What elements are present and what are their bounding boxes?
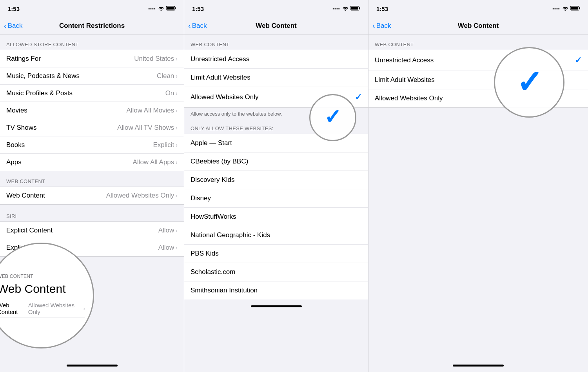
ratings-value: United States (134, 55, 174, 63)
website-national-geographic[interactable]: National Geographic - Kids (184, 226, 368, 245)
home-indicator-3 (368, 359, 588, 372)
home-bar-3 (453, 365, 504, 367)
list-item-music-podcasts[interactable]: Music, Podcasts & News Clean › (0, 67, 184, 85)
wc-section-header-3: WEB CONTENT (368, 34, 588, 50)
chevron-icon: › (176, 159, 178, 165)
web-content-list: Web Content Allowed Websites Only › (0, 187, 184, 205)
back-label-2: Back (192, 22, 207, 30)
movies-value: Allow All Movies (126, 107, 174, 114)
signal-icon-2: ▪▪▪▪ (332, 6, 340, 11)
website-cbeebies[interactable]: CBeebies (by BBC) (184, 152, 368, 171)
nav-title-3: Web Content (458, 22, 499, 30)
apps-value-group: Allow All Apps › (132, 158, 178, 166)
battery-icon-3 (570, 5, 580, 12)
chevron-back-icon-1: ‹ (4, 21, 7, 30)
movies-value-group: Allow All Movies › (126, 107, 178, 114)
status-bar-2: 1:53 ▪▪▪▪ (184, 0, 368, 17)
battery-icon-2 (350, 5, 360, 12)
section-web-header: WEB CONTENT (0, 171, 184, 187)
list-item-books[interactable]: Books Explicit › (0, 136, 184, 154)
website-label: National Geographic - Kids (191, 231, 270, 239)
list-item-music-profiles[interactable]: Music Profiles & Posts On › (0, 85, 184, 102)
chevron-icon: › (176, 227, 178, 234)
status-time-1: 1:53 (8, 5, 20, 12)
back-label-3: Back (376, 22, 391, 30)
checkmark-circle-overlay-2: ✓ (309, 94, 356, 141)
website-howstuffworks[interactable]: HowStuffWorks (184, 208, 368, 226)
website-label: HowStuffWorks (191, 213, 236, 221)
website-pbs-kids[interactable]: PBS Kids (184, 245, 368, 263)
panel2-web-content-allowed: 1:53 ▪▪▪▪ ‹ Back Web Content WEB CONTENT… (184, 0, 368, 372)
website-smithsonian[interactable]: Smithsonian Institution (184, 281, 368, 299)
music-profiles-value: On (165, 89, 174, 97)
explicit-language-value-group: Allow › (158, 244, 178, 252)
zoom-section-label: WEB CONTENT (0, 274, 33, 279)
nav-bar-3: ‹ Back Web Content (368, 17, 588, 34)
website-label: Scholastic.com (191, 268, 235, 276)
checkmark-icon-2: ✓ (355, 92, 362, 102)
website-label: Disney (191, 194, 211, 202)
chevron-icon: › (176, 107, 178, 114)
music-podcasts-value: Clean (157, 72, 174, 80)
nav-bar-2: ‹ Back Web Content (184, 17, 368, 34)
list-item-web-content[interactable]: Web Content Allowed Websites Only › (0, 187, 184, 204)
checkmark-circle-icon-3: ✓ (516, 67, 543, 98)
wifi-icon (158, 6, 164, 12)
list-item-apps[interactable]: Apps Allow All Apps › (0, 154, 184, 171)
back-button-1[interactable]: ‹ Back (4, 22, 22, 30)
music-podcasts-label: Music, Podcasts & News (6, 72, 80, 80)
checkmark-circle-overlay-3: ✓ (494, 47, 564, 118)
chevron-icon: › (176, 73, 178, 79)
status-time-2: 1:53 (192, 5, 204, 12)
wc-item-unrestricted[interactable]: Unrestricted Access (184, 50, 368, 69)
website-label: PBS Kids (191, 250, 219, 258)
website-disney[interactable]: Disney (184, 189, 368, 208)
explicit-content-value: Allow (158, 227, 174, 234)
signal-icon: ▪▪▪▪ (148, 6, 156, 11)
website-label: CBeebies (by BBC) (191, 158, 248, 165)
section-siri-header: SIRI (0, 206, 184, 221)
svg-rect-2 (175, 7, 176, 9)
apps-value: Allow All Apps (132, 158, 174, 166)
svg-rect-7 (571, 7, 578, 10)
website-list-2: Apple — Start CBeebies (by BBC) Discover… (184, 134, 368, 299)
apps-label: Apps (6, 158, 22, 166)
allowed-store-content-list: Ratings For United States › Music, Podca… (0, 50, 184, 171)
music-profiles-value-group: On › (165, 89, 178, 97)
web-content-value: Allowed Websites Only (106, 192, 174, 200)
chevron-icon: › (176, 142, 178, 148)
explicit-language-value: Allow (158, 244, 174, 252)
limit-adult-label: Limit Adult Websites (191, 74, 250, 82)
website-discovery-kids[interactable]: Discovery Kids (184, 171, 368, 189)
list-item-tv-shows[interactable]: TV Shows Allow All TV Shows › (0, 119, 184, 136)
website-scholastic[interactable]: Scholastic.com (184, 263, 368, 281)
unrestricted-label-3: Unrestricted Access (375, 56, 434, 64)
status-time-3: 1:53 (376, 5, 388, 12)
wc-item-limit-adult[interactable]: Limit Adult Websites (184, 69, 368, 87)
nav-title-1: Content Restrictions (59, 22, 125, 30)
back-button-3[interactable]: ‹ Back (372, 22, 391, 30)
home-indicator-2 (184, 299, 368, 313)
zoom-title: Web Content (0, 282, 66, 296)
home-bar-2 (251, 305, 302, 307)
wifi-icon-3 (562, 6, 568, 12)
signal-icon-3: ▪▪▪▪ (552, 6, 560, 11)
list-item-movies[interactable]: Movies Allow All Movies › (0, 102, 184, 119)
chevron-icon: › (176, 192, 178, 199)
checkmark-circle-icon-2: ✓ (324, 107, 341, 127)
ratings-label: Ratings For (6, 55, 41, 63)
chevron-icon: › (176, 245, 178, 251)
ratings-value-group: United States › (134, 55, 178, 63)
section-allowed-header: ALLOWED STORE CONTENT (0, 34, 184, 50)
tv-shows-value: Allow All TV Shows (117, 124, 174, 132)
list-item-explicit-content[interactable]: Explicit Content Allow › (0, 222, 184, 239)
back-button-2[interactable]: ‹ Back (188, 22, 207, 30)
music-profiles-label: Music Profiles & Posts (6, 89, 73, 97)
wc-section-header-2: WEB CONTENT (184, 34, 368, 50)
chevron-icon: › (176, 90, 178, 96)
list-item-ratings[interactable]: Ratings For United States › (0, 50, 184, 67)
website-label: Apple — Start (191, 139, 232, 147)
panel3-web-content-unrestricted: 1:53 ▪▪▪▪ ‹ Back Web Content WEB CONTENT… (368, 0, 588, 372)
back-label-1: Back (8, 22, 23, 30)
zoom-item-value-text: Allowed Websites Only (28, 302, 82, 315)
